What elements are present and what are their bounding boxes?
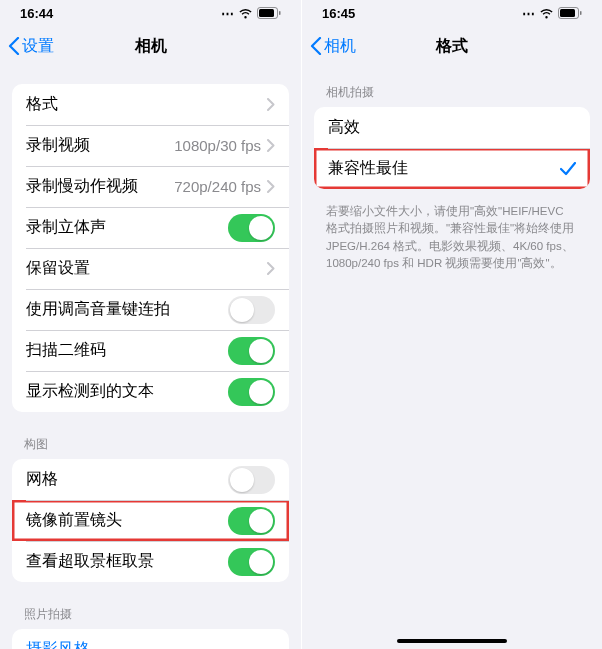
label: 显示检测到的文本 bbox=[26, 381, 228, 402]
content: 相机拍摄 高效 兼容性最佳 若要缩小文件大小，请使用"高效"HEIF/HEVC … bbox=[302, 66, 602, 649]
group-camera: 格式 录制视频 1080p/30 fps 录制慢动作视频 720p/240 fp… bbox=[12, 84, 289, 412]
label: 网格 bbox=[26, 469, 228, 490]
check-icon bbox=[560, 162, 576, 176]
status-time: 16:45 bbox=[322, 6, 355, 21]
group-photo: 摄影风格 bbox=[12, 629, 289, 649]
label: 保留设置 bbox=[26, 258, 267, 279]
section-photo: 照片拍摄 bbox=[0, 606, 301, 629]
chevron-left-icon bbox=[310, 37, 322, 55]
row-stereo[interactable]: 录制立体声 bbox=[12, 207, 289, 248]
wifi-icon bbox=[238, 8, 253, 19]
group-composition: 网格 镜像前置镜头 查看超取景框取景 bbox=[12, 459, 289, 582]
row-compatible[interactable]: 兼容性最佳 bbox=[314, 148, 590, 189]
section-capture: 相机拍摄 bbox=[302, 84, 602, 107]
chevron-right-icon bbox=[267, 180, 275, 193]
svg-rect-2 bbox=[279, 11, 281, 15]
switch-volume-burst[interactable] bbox=[228, 296, 275, 324]
detail: 1080p/30 fps bbox=[174, 137, 261, 154]
home-indicator bbox=[397, 639, 507, 643]
row-scan-qr[interactable]: 扫描二维码 bbox=[12, 330, 289, 371]
formats-screen: 16:45 ⋯ 相机 格式 相机拍摄 高效 兼容性最佳 若要缩小文件大小，请使用… bbox=[301, 0, 602, 649]
battery-icon bbox=[558, 7, 582, 19]
battery-icon bbox=[257, 7, 281, 19]
label: 兼容性最佳 bbox=[328, 158, 560, 179]
label: 录制立体声 bbox=[26, 217, 228, 238]
row-record-video[interactable]: 录制视频 1080p/30 fps bbox=[12, 125, 289, 166]
row-formats[interactable]: 格式 bbox=[12, 84, 289, 125]
chevron-left-icon bbox=[8, 37, 20, 55]
status-bar: 16:45 ⋯ bbox=[302, 0, 602, 26]
label: 扫描二维码 bbox=[26, 340, 228, 361]
label: 格式 bbox=[26, 94, 267, 115]
row-efficient[interactable]: 高效 bbox=[314, 107, 590, 148]
back-label: 相机 bbox=[324, 36, 356, 57]
row-record-slomo[interactable]: 录制慢动作视频 720p/240 fps bbox=[12, 166, 289, 207]
more-icon: ⋯ bbox=[522, 6, 535, 21]
detail: 720p/240 fps bbox=[174, 178, 261, 195]
switch-stereo[interactable] bbox=[228, 214, 275, 242]
label: 镜像前置镜头 bbox=[26, 510, 228, 531]
chevron-right-icon bbox=[267, 139, 275, 152]
status-time: 16:44 bbox=[20, 6, 53, 21]
back-button[interactable]: 相机 bbox=[310, 36, 356, 57]
switch-grid[interactable] bbox=[228, 466, 275, 494]
footer-formats: 若要缩小文件大小，请使用"高效"HEIF/HEVC 格式拍摄照片和视频。"兼容性… bbox=[302, 203, 602, 272]
status-bar: 16:44 ⋯ bbox=[0, 0, 301, 26]
nav-bar: 设置 相机 bbox=[0, 26, 301, 66]
row-mirror-front[interactable]: 镜像前置镜头 bbox=[12, 500, 289, 541]
more-icon: ⋯ bbox=[221, 6, 234, 21]
label: 查看超取景框取景 bbox=[26, 551, 228, 572]
camera-settings-screen: 16:44 ⋯ 设置 相机 格式 录制视频 1080p/30 fps bbox=[0, 0, 301, 649]
row-grid[interactable]: 网格 bbox=[12, 459, 289, 500]
label: 高效 bbox=[328, 117, 576, 138]
svg-rect-4 bbox=[560, 9, 575, 17]
group-capture: 高效 兼容性最佳 bbox=[314, 107, 590, 189]
svg-rect-1 bbox=[259, 9, 274, 17]
row-view-outside[interactable]: 查看超取景框取景 bbox=[12, 541, 289, 582]
row-preserve[interactable]: 保留设置 bbox=[12, 248, 289, 289]
label: 录制视频 bbox=[26, 135, 174, 156]
label: 使用调高音量键连拍 bbox=[26, 299, 228, 320]
row-detected-text[interactable]: 显示检测到的文本 bbox=[12, 371, 289, 412]
row-volume-burst[interactable]: 使用调高音量键连拍 bbox=[12, 289, 289, 330]
status-icons: ⋯ bbox=[221, 6, 281, 21]
switch-detected-text[interactable] bbox=[228, 378, 275, 406]
section-composition: 构图 bbox=[0, 436, 301, 459]
row-photo-styles[interactable]: 摄影风格 bbox=[12, 629, 289, 649]
label: 录制慢动作视频 bbox=[26, 176, 174, 197]
back-button[interactable]: 设置 bbox=[8, 36, 54, 57]
status-icons: ⋯ bbox=[522, 6, 582, 21]
back-label: 设置 bbox=[22, 36, 54, 57]
switch-scan-qr[interactable] bbox=[228, 337, 275, 365]
switch-view-outside[interactable] bbox=[228, 548, 275, 576]
nav-bar: 相机 格式 bbox=[302, 26, 602, 66]
label: 摄影风格 bbox=[26, 639, 275, 649]
chevron-right-icon bbox=[267, 98, 275, 111]
content: 格式 录制视频 1080p/30 fps 录制慢动作视频 720p/240 fp… bbox=[0, 66, 301, 649]
svg-rect-5 bbox=[580, 11, 582, 15]
chevron-right-icon bbox=[267, 262, 275, 275]
wifi-icon bbox=[539, 8, 554, 19]
switch-mirror-front[interactable] bbox=[228, 507, 275, 535]
